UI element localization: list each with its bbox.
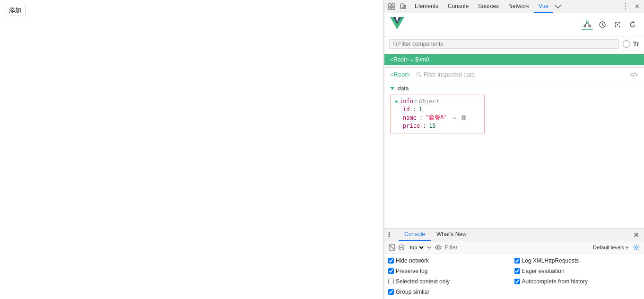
data-object-box: info : Object id : 1 name: [390, 95, 485, 133]
add-button[interactable]: 添加: [5, 5, 26, 16]
vue-header-icons: [582, 19, 638, 30]
svg-point-21: [617, 24, 618, 26]
font-size-icon[interactable]: Tr: [633, 40, 639, 48]
autocomplete-checkbox[interactable]: [514, 279, 520, 284]
console-tab-console[interactable]: Console: [399, 229, 431, 241]
log-xml-label: Log XMLHttpRequests: [522, 257, 579, 264]
option-log-xml: Log XMLHttpRequests: [514, 255, 641, 266]
tab-elements[interactable]: Elements: [410, 0, 443, 13]
inspector-panel: <Root> Filter inspected data </> dat: [384, 68, 644, 228]
name-field-actions: ✏ 🗑: [451, 114, 468, 122]
svg-point-35: [435, 246, 441, 249]
tab-vue[interactable]: Vue: [534, 0, 553, 13]
page-area: 添加: [0, 0, 384, 299]
edit-name-icon[interactable]: ✏: [451, 114, 459, 122]
svg-line-13: [587, 23, 590, 25]
group-similar-label: Group similar: [396, 289, 429, 295]
more-tabs-icon[interactable]: [553, 2, 563, 11]
section-expand-icon: [390, 87, 395, 90]
console-menu-icon[interactable]: [386, 229, 397, 240]
inspector-filter-placeholder: Filter inspected data: [424, 71, 475, 78]
tab-console[interactable]: Console: [443, 0, 473, 13]
tab-list: Elements Console Sources Network Vue: [410, 0, 620, 13]
name-field-row: name : "套餐A" ✏ 🗑: [395, 114, 479, 122]
console-close-icon[interactable]: ✕: [630, 230, 642, 239]
console-tabs: Console What's New: [399, 229, 472, 241]
svg-point-11: [589, 25, 591, 27]
eye-icon[interactable]: [434, 243, 443, 252]
delete-name-icon[interactable]: 🗑: [460, 114, 468, 122]
tab-sources[interactable]: Sources: [473, 0, 504, 13]
root-component-item[interactable]: <Root> = $vm0: [384, 54, 644, 65]
option-autocomplete: Autocomplete from history: [514, 276, 641, 287]
tab-network[interactable]: Network: [504, 0, 534, 13]
svg-point-29: [389, 234, 390, 236]
option-selected-ctx: Selected context only: [388, 276, 514, 287]
console-settings-icon[interactable]: [632, 243, 641, 252]
log-xml-checkbox[interactable]: [514, 258, 520, 264]
price-field-row: price : 15: [395, 123, 479, 129]
svg-line-12: [585, 23, 587, 25]
console-panel: Console What's New ✕: [384, 228, 644, 299]
hide-network-checkbox[interactable]: [388, 258, 394, 264]
console-filter-input[interactable]: [443, 244, 593, 251]
refresh-icon[interactable]: [627, 19, 638, 30]
console-tab-whatsnew[interactable]: What's New: [431, 229, 472, 241]
svg-point-9: [586, 21, 588, 23]
filter-components-input[interactable]: [398, 41, 616, 47]
svg-line-25: [396, 45, 398, 46]
option-preserve-log: Preserve log: [388, 266, 514, 276]
data-section-label: data: [398, 85, 409, 92]
info-key: info: [400, 98, 413, 105]
svg-point-28: [389, 232, 390, 234]
block-icon[interactable]: [397, 243, 406, 252]
preserve-log-checkbox[interactable]: [388, 268, 394, 274]
filter-bar: Tr: [384, 36, 644, 52]
price-key: price: [403, 123, 420, 129]
filter-options-icon[interactable]: [623, 40, 630, 48]
filter-right-icons: Tr: [623, 40, 639, 48]
svg-rect-2: [389, 7, 391, 9]
inspector-search-icon: [416, 72, 422, 78]
svg-line-16: [602, 25, 604, 26]
data-section-header: data: [390, 85, 638, 92]
inspector-breadcrumb: <Root>: [390, 71, 410, 78]
pinia-icon[interactable]: [612, 19, 623, 30]
selected-ctx-checkbox[interactable]: [388, 279, 394, 284]
option-eager-eval: Eager evaluation: [514, 266, 641, 276]
info-type: Object: [418, 98, 439, 105]
group-similar-checkbox[interactable]: [388, 289, 394, 295]
clear-console-icon[interactable]: [387, 243, 397, 252]
preserve-log-label: Preserve log: [396, 268, 427, 274]
devtools-panel: Elements Console Sources Network Vue: [384, 0, 644, 299]
svg-point-30: [389, 236, 390, 237]
svg-point-36: [437, 246, 439, 248]
levels-dropdown-icon: [625, 246, 629, 249]
hide-network-label: Hide network: [396, 257, 429, 264]
settings-kebab-icon[interactable]: ⋮: [620, 1, 631, 12]
device-icon[interactable]: [398, 1, 408, 12]
svg-rect-5: [404, 5, 406, 9]
svg-point-24: [393, 42, 397, 45]
context-select[interactable]: top: [408, 244, 425, 251]
name-value: "套餐A": [426, 114, 447, 122]
autocomplete-label: Autocomplete from history: [522, 278, 588, 285]
eager-eval-checkbox[interactable]: [514, 268, 520, 274]
context-dropdown-icon: [427, 245, 432, 250]
topbar-right-icons: ⋮ ✕: [620, 1, 642, 12]
devtools-close-icon[interactable]: ✕: [632, 1, 642, 12]
component-tree: <Root> = $vm0: [384, 52, 644, 67]
console-options: Hide network Log XMLHttpRequests Preserv…: [384, 254, 644, 299]
inspect-icon[interactable]: [386, 1, 397, 12]
inspector-code-toggle[interactable]: </>: [629, 71, 638, 78]
inspector-filter: Filter inspected data: [416, 71, 630, 78]
default-levels-label[interactable]: Default levels: [593, 245, 629, 250]
vue-logo: [390, 17, 404, 32]
component-tree-icon[interactable]: [582, 19, 593, 30]
timeline-icon[interactable]: [597, 19, 608, 30]
info-object-row[interactable]: info : Object: [395, 98, 479, 105]
object-expand-icon: [395, 100, 399, 103]
svg-rect-3: [392, 7, 394, 9]
console-topbar: Console What's New ✕: [384, 229, 644, 241]
id-key: id: [403, 106, 409, 113]
